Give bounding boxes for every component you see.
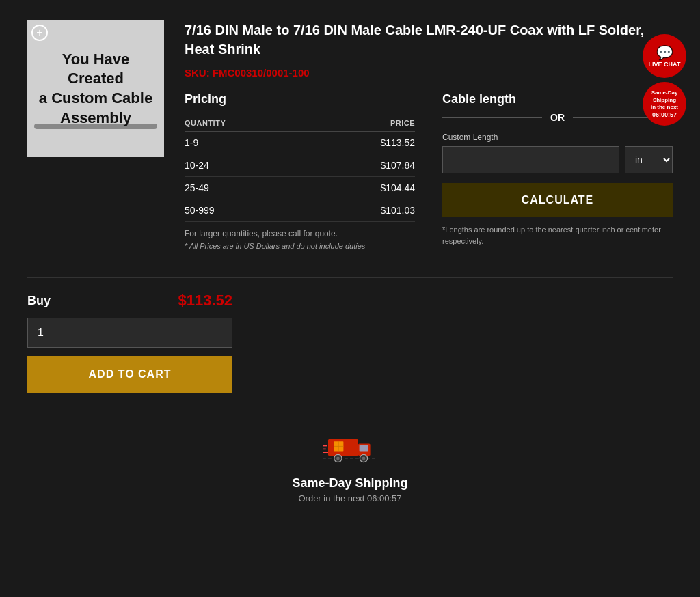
top-section: You Have Created a Custom Cable Assembly… [27, 20, 673, 250]
buy-price: $113.52 [178, 292, 232, 309]
table-row: 50-999 $101.03 [185, 199, 415, 222]
same-day-badge-line3: in the next [651, 104, 678, 111]
bottom-shipping-section: Same-Day Shipping Order in the next 06:0… [27, 427, 673, 524]
cable-length-title: Cable length [442, 92, 673, 107]
quantity-cell: 10-24 [185, 154, 310, 177]
zoom-icon[interactable] [31, 25, 48, 41]
length-note: *Lengths are rounded up to the nearest q… [442, 224, 673, 247]
price-cell: $107.84 [310, 154, 415, 177]
product-image: You Have Created a Custom Cable Assembly [27, 20, 164, 157]
same-day-shipping-badge[interactable]: Same-Day Shipping in the next 06:00:57 [643, 82, 686, 126]
cable-length-section: Cable length OR Custom Length in cm ft [442, 92, 673, 250]
price-cell: $101.03 [310, 199, 415, 222]
table-row: 25-49 $104.44 [185, 177, 415, 199]
pricing-section: Pricing QUANTITY PRICE 1-9 $113.52 10-24… [185, 92, 415, 250]
buy-header: Buy $113.52 [27, 292, 232, 309]
unit-select[interactable]: in cm ft m [625, 146, 673, 173]
product-image-container: You Have Created a Custom Cable Assembly [27, 20, 164, 250]
svg-point-5 [336, 457, 340, 460]
buy-section: Buy $113.52 ADD TO CART [27, 292, 232, 393]
quantity-cell: 1-9 [185, 132, 310, 154]
product-image-text: You Have Created a Custom Cable Assembly [27, 43, 164, 135]
pricing-title: Pricing [185, 92, 415, 107]
product-details: Pricing QUANTITY PRICE 1-9 $113.52 10-24… [185, 92, 673, 250]
pricing-disclaimer: * All Prices are in US Dollars and do no… [185, 242, 415, 250]
price-cell: $113.52 [310, 132, 415, 154]
product-info: 7/16 DIN Male to 7/16 DIN Male Cable LMR… [185, 20, 673, 250]
add-to-cart-button[interactable]: ADD TO CART [27, 356, 232, 393]
pricing-larger-qty-note: For larger quantities, please call for q… [185, 229, 415, 238]
sku-label: SKU: [185, 67, 210, 79]
quantity-input[interactable] [27, 318, 232, 348]
svg-rect-3 [360, 445, 368, 452]
live-chat-button[interactable]: 💬 LIVE CHAT [643, 34, 686, 78]
product-title: 7/16 DIN Male to 7/16 DIN Male Cable LMR… [185, 20, 673, 59]
shipping-title: Same-Day Shipping [292, 476, 407, 490]
table-row: 1-9 $113.52 [185, 132, 415, 154]
quantity-col-header: QUANTITY [185, 115, 310, 132]
calculate-button[interactable]: CALCULATE [442, 183, 673, 217]
quantity-cell: 25-49 [185, 177, 310, 199]
custom-length-input[interactable] [442, 146, 619, 173]
or-text: OR [542, 112, 573, 123]
same-day-badge-line2: Shipping [653, 97, 676, 104]
table-row: 10-24 $107.84 [185, 154, 415, 177]
shipping-subtitle: Order in the next 06:00:57 [298, 493, 401, 503]
or-line-left [442, 117, 542, 118]
pricing-table: QUANTITY PRICE 1-9 $113.52 10-24 $107.84… [185, 115, 415, 222]
buy-label: Buy [27, 294, 51, 308]
custom-length-label: Custom Length [442, 133, 673, 142]
truck-icon [323, 427, 377, 468]
custom-length-row: in cm ft m [442, 146, 673, 173]
divider [27, 277, 673, 278]
sku-value: FMC00310/0001-100 [213, 67, 310, 79]
same-day-badge-timer: 06:00:57 [652, 111, 677, 118]
price-col-header: PRICE [310, 115, 415, 132]
or-divider: OR [442, 112, 673, 123]
chat-icon: 💬 [656, 44, 673, 61]
live-chat-label: LIVE CHAT [649, 61, 681, 68]
same-day-badge-line1: Same-Day [651, 89, 678, 96]
quantity-cell: 50-999 [185, 199, 310, 222]
product-sku: SKU: FMC00310/0001-100 [185, 67, 673, 79]
svg-point-7 [362, 457, 366, 460]
price-cell: $104.44 [310, 177, 415, 199]
